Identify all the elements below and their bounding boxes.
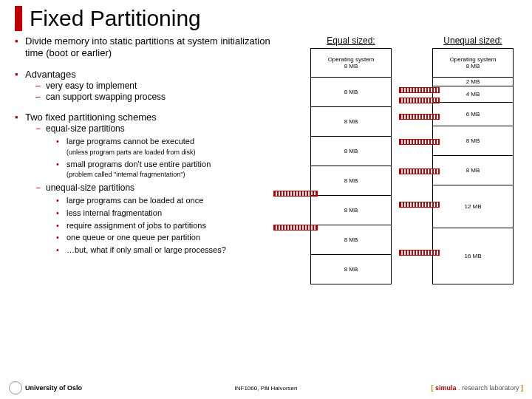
- partition-box: 8 MB: [310, 78, 392, 107]
- dot-icon: •: [56, 137, 59, 147]
- dash-icon: −: [35, 123, 41, 134]
- dot-icon: •: [56, 221, 59, 231]
- bullet-icon: ▪: [15, 69, 18, 81]
- university-label: University of Oslo: [25, 384, 82, 392]
- partition-box: 16 MB: [432, 228, 514, 284]
- dot-icon: •: [56, 160, 59, 170]
- partition-box: 2 MB: [432, 78, 514, 86]
- bullet-icon: ▪: [15, 35, 18, 47]
- eq-note: (unless program parts are loaded from di…: [66, 149, 196, 156]
- partition-box: 8 MB: [310, 166, 392, 196]
- footer: University of Oslo INF1060, Pål Halvorse…: [0, 381, 532, 395]
- slide: Fixed Partitioning ▪ Divide memory into …: [0, 0, 532, 399]
- process-hatch: [273, 225, 318, 231]
- bullet-column: ▪ Divide memory into static partitions a…: [15, 35, 288, 260]
- process-hatch: [399, 114, 440, 120]
- partition-box: 6 MB: [432, 103, 514, 126]
- process-hatch: [273, 191, 318, 197]
- eq-note: (problem called "internal fragmentation"…: [66, 171, 185, 178]
- unequal-column: Unequal sized: Operating system8 MB2 MB4…: [432, 35, 514, 284]
- content-row: ▪ Divide memory into static partitions a…: [15, 35, 517, 260]
- scheme-equal: −equal-size partitions •large programs c…: [35, 123, 288, 180]
- unequal-title: Unequal sized:: [432, 35, 514, 46]
- eq-point: •small programs don't use entire partiti…: [56, 160, 288, 180]
- dash-icon: –: [35, 92, 41, 103]
- uneq-point: •large programs can be loaded at once: [56, 196, 288, 206]
- process-hatch: [399, 87, 440, 93]
- intro-text: Divide memory into static partitions at …: [25, 35, 270, 58]
- uneq-point: •require assignment of jobs to partition…: [56, 221, 288, 231]
- scheme-unequal: −unequal-size partitions •large programs…: [35, 183, 288, 256]
- partition-os: Operating system8 MB: [432, 48, 514, 78]
- seal-icon: [9, 381, 22, 395]
- dash-icon: –: [35, 81, 41, 92]
- bullet-schemes: ▪ Two fixed partitioning schemes −equal-…: [15, 112, 288, 256]
- dash-icon: −: [35, 183, 41, 194]
- slide-title: Fixed Partitioning: [30, 6, 517, 31]
- process-hatch: [399, 168, 440, 174]
- partition-box: 8 MB: [432, 156, 514, 185]
- uneq-point: •one queue or one queue per partition: [56, 233, 288, 243]
- schemes-title: Two fixed partitioning schemes: [25, 112, 157, 123]
- eq-point: •large programs cannot be executed(unles…: [56, 137, 288, 157]
- partition-box: 8 MB: [310, 107, 392, 137]
- dot-icon: •: [56, 208, 59, 219]
- uneq-point: •less internal fragmentation: [56, 208, 288, 219]
- process-hatch: [399, 202, 440, 208]
- diagram-area: Equal sized: Operating system8 MB8 MB8 M…: [288, 35, 517, 260]
- process-hatch: [399, 98, 440, 103]
- adv-item: –can support swapping process: [35, 92, 288, 103]
- bullet-icon: ▪: [15, 112, 18, 123]
- partition-box: 8 MB: [310, 255, 392, 284]
- title-bar: Fixed Partitioning: [15, 6, 517, 31]
- partition-os: Operating system8 MB: [310, 48, 392, 78]
- partition-box: 12 MB: [432, 185, 514, 228]
- uneq-point: •…but, what if only small or large proce…: [56, 245, 288, 256]
- partition-box: 4 MB: [432, 86, 514, 103]
- partition-box: 8 MB: [310, 225, 392, 255]
- process-hatch: [399, 139, 440, 145]
- partition-box: 8 MB: [310, 196, 392, 225]
- dot-icon: •: [56, 233, 59, 243]
- simula-logo: [ simula . research laboratory ]: [431, 384, 523, 392]
- adv-item: –very easy to implement: [35, 81, 288, 92]
- dot-icon: •: [56, 196, 59, 206]
- equal-title: Equal sized:: [310, 35, 392, 46]
- bullet-advantages: ▪ Advantages –very easy to implement –ca…: [15, 69, 288, 103]
- adv-title: Advantages: [25, 69, 76, 80]
- course-label: INF1060, Pål Halvorsen: [235, 385, 298, 392]
- process-hatch: [399, 250, 440, 256]
- dot-icon: •: [56, 245, 59, 256]
- partition-box: 8 MB: [432, 126, 514, 156]
- bullet-intro: ▪ Divide memory into static partitions a…: [15, 35, 288, 60]
- equal-column: Equal sized: Operating system8 MB8 MB8 M…: [310, 35, 392, 284]
- partition-box: 8 MB: [310, 137, 392, 166]
